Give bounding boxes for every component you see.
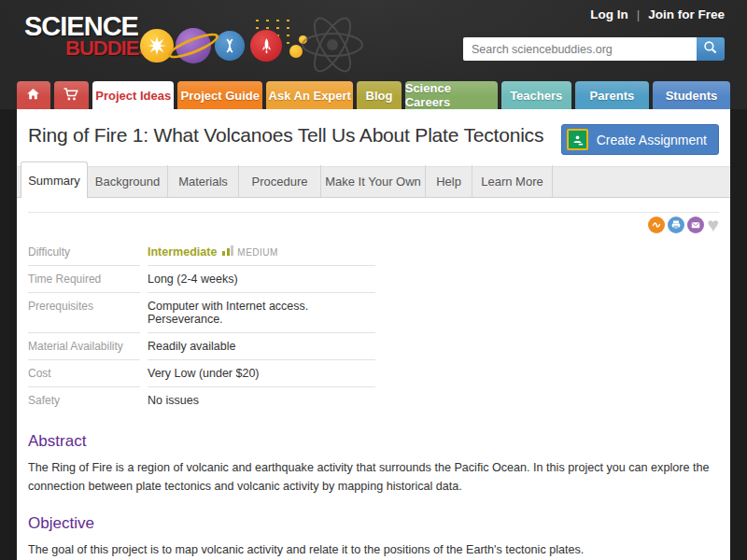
link-separator: | xyxy=(637,7,641,21)
abstract-heading: Abstract xyxy=(28,432,719,451)
tab-learn-more[interactable]: Learn More xyxy=(472,165,553,197)
tab-procedure[interactable]: Procedure xyxy=(239,165,321,197)
detail-row-material-availability: Material Availability Readily available xyxy=(28,333,375,360)
main-nav: Project Ideas Project Guide Ask An Exper… xyxy=(17,81,730,109)
detail-value: No issues xyxy=(148,387,375,413)
detail-value: Readily available xyxy=(148,333,375,360)
favorite-icon[interactable]: ♥ xyxy=(708,217,719,233)
objective-heading: Objective xyxy=(28,514,719,533)
detail-label: Cost xyxy=(28,360,140,387)
create-assignment-label: Create Assignment xyxy=(597,133,707,147)
home-icon xyxy=(26,87,40,104)
email-icon[interactable] xyxy=(687,217,704,233)
nav-item-ask-an-expert[interactable]: Ask An Expert xyxy=(266,81,353,109)
create-assignment-button[interactable]: Create Assignment xyxy=(561,124,719,155)
print-icon[interactable] xyxy=(668,217,684,233)
join-for-free-link[interactable]: Join for Free xyxy=(648,7,725,21)
detail-row-safety: Safety No issues xyxy=(28,387,375,413)
nav-item-parents[interactable]: Parents xyxy=(575,81,649,109)
search-input[interactable] xyxy=(463,37,697,61)
detail-label: Material Availability xyxy=(28,333,140,360)
detail-row-cost: Cost Very Low (under $20) xyxy=(28,360,375,387)
science-buddies-logo[interactable]: SCIENCE BUDDIES® xyxy=(24,14,156,58)
nav-item-project-ideas[interactable]: Project Ideas xyxy=(92,81,174,109)
detail-row-difficulty: Difficulty IntermediateMEDIUM xyxy=(28,239,375,266)
tab-summary[interactable]: Summary xyxy=(21,161,88,198)
detail-label: Time Required xyxy=(28,266,140,293)
dna-icon xyxy=(215,31,245,61)
log-in-link[interactable]: Log In xyxy=(590,7,628,21)
home-tab[interactable] xyxy=(17,81,50,109)
tab-materials[interactable]: Materials xyxy=(168,165,239,197)
difficulty-bars-icon xyxy=(222,245,233,256)
page-body: Ring of Fire 1: What Volcanoes Tell Us A… xyxy=(17,109,730,560)
detail-row-prerequisites: Prerequisites Computer with Internet acc… xyxy=(28,293,375,333)
cart-tab[interactable] xyxy=(54,81,90,109)
search-button[interactable] xyxy=(697,37,725,61)
tab-make-it-your-own[interactable]: Make It Your Own xyxy=(321,165,426,197)
difficulty-value: Intermediate xyxy=(148,245,217,259)
share-icon[interactable] xyxy=(648,217,665,233)
google-classroom-icon xyxy=(567,129,588,150)
site-header: SCIENCE BUDDIES® xyxy=(0,0,747,109)
page-title: Ring of Fire 1: What Volcanoes Tell Us A… xyxy=(28,124,543,147)
nav-item-students[interactable]: Students xyxy=(653,81,730,109)
nav-item-blog[interactable]: Blog xyxy=(357,81,401,109)
site-search xyxy=(463,37,725,61)
detail-value: IntermediateMEDIUM xyxy=(148,239,375,266)
logo-icon-row xyxy=(140,28,282,63)
project-details-table: Difficulty IntermediateMEDIUM Time Requi… xyxy=(28,239,375,413)
logo-text-science: SCIENCE xyxy=(24,14,156,39)
abstract-text: The Ring of Fire is a region of volcanic… xyxy=(28,459,719,496)
detail-label: Difficulty xyxy=(28,239,140,266)
atom-doodle xyxy=(299,15,366,78)
detail-value: Computer with Internet access. Persevera… xyxy=(148,293,375,333)
rocket-icon xyxy=(250,30,282,62)
detail-value: Very Low (under $20) xyxy=(148,360,375,387)
nav-item-science-careers[interactable]: Science Careers xyxy=(405,81,498,109)
share-icons-row: ♥ xyxy=(28,212,719,233)
project-tabstrip: Summary Background Materials Procedure M… xyxy=(17,166,730,198)
search-icon xyxy=(703,40,718,58)
detail-label: Prerequisites xyxy=(28,293,140,333)
nav-item-teachers[interactable]: Teachers xyxy=(501,81,571,109)
detail-label: Safety xyxy=(28,387,140,413)
detail-row-time-required: Time Required Long (2-4 weeks) xyxy=(28,266,375,293)
tab-help[interactable]: Help xyxy=(426,165,472,197)
planet-icon xyxy=(176,28,211,63)
account-links: Log In|Join for Free xyxy=(590,7,725,21)
cart-icon xyxy=(63,86,79,105)
difficulty-level: MEDIUM xyxy=(237,247,278,258)
tab-background[interactable]: Background xyxy=(88,165,168,197)
nav-item-project-guide[interactable]: Project Guide xyxy=(177,81,262,109)
objective-text: The goal of this project is to map volca… xyxy=(28,541,719,560)
detail-value: Long (2-4 weeks) xyxy=(148,266,375,293)
